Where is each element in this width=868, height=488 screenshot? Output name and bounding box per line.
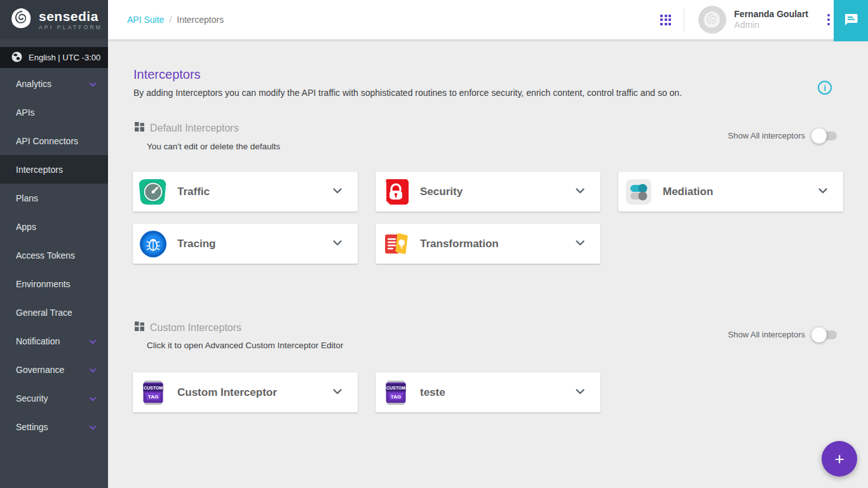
- interceptor-card-security[interactable]: Security: [376, 172, 600, 212]
- breadcrumb-current: Interceptors: [177, 15, 224, 25]
- svg-text:TAG: TAG: [391, 394, 401, 400]
- card-label: Security: [420, 186, 573, 198]
- chevron-down-icon: [89, 366, 97, 374]
- user-role: Admin: [734, 20, 808, 30]
- grid-squares-icon: [135, 122, 144, 134]
- brand-logo[interactable]: sensedia API PLATFORM: [0, 0, 108, 39]
- interceptor-card-custom-interceptor[interactable]: CUSTOM TAG Custom Interceptor: [133, 372, 358, 412]
- chat-bubble-icon: [843, 11, 859, 30]
- globe-icon: [11, 51, 22, 64]
- chevron-down-icon[interactable]: [330, 384, 345, 402]
- chat-button[interactable]: [834, 0, 868, 41]
- section-title: Custom Interceptors: [150, 322, 241, 334]
- custom-interceptors-header: Custom Interceptors: [135, 322, 241, 334]
- section-title: Default Interceptors: [150, 123, 239, 134]
- sidebar-item-analytics[interactable]: Analytics: [0, 69, 108, 98]
- chevron-down-icon[interactable]: [330, 183, 345, 201]
- tracing-bug-icon: [139, 230, 167, 258]
- brand-tagline: API PLATFORM: [39, 24, 102, 30]
- interceptor-card-transformation[interactable]: Transformation: [376, 224, 600, 264]
- show-all-toggle-default[interactable]: [814, 132, 837, 140]
- svg-text:CUSTOM: CUSTOM: [386, 386, 405, 390]
- interceptor-card-tracing[interactable]: Tracing: [133, 224, 358, 264]
- chevron-down-icon[interactable]: [573, 235, 588, 253]
- svg-text:CUSTOM: CUSTOM: [144, 386, 163, 390]
- interceptor-card-teste[interactable]: CUSTOM TAG teste: [376, 372, 600, 412]
- card-label: Mediation: [663, 186, 815, 198]
- toggle-label: Show All interceptors: [728, 131, 805, 140]
- language-label: English | UTC -3:00: [29, 53, 100, 62]
- apps-grid-icon[interactable]: [660, 15, 671, 25]
- header-divider: [684, 8, 684, 31]
- chevron-down-icon: [89, 80, 97, 88]
- transformation-doc-icon: [382, 230, 410, 258]
- page-title: Interceptors: [133, 67, 201, 82]
- sidebar: sensedia API PLATFORM English | UTC -3:0…: [0, 0, 108, 488]
- sidebar-item-api-connectors[interactable]: API Connectors: [0, 126, 108, 155]
- avatar[interactable]: [698, 6, 726, 34]
- sidebar-item-security[interactable]: Security: [0, 384, 108, 412]
- card-label: Custom Interceptor: [177, 386, 330, 399]
- card-label: Tracing: [177, 238, 330, 250]
- sidebar-item-settings[interactable]: Settings: [0, 412, 108, 441]
- card-label: teste: [420, 386, 573, 399]
- add-interceptor-fab[interactable]: +: [822, 441, 857, 477]
- breadcrumb-api-suite[interactable]: API Suite: [127, 15, 164, 25]
- card-label: Traffic: [177, 186, 330, 198]
- svg-text:TAG: TAG: [148, 394, 158, 400]
- interceptor-card-traffic[interactable]: Traffic: [133, 172, 358, 212]
- custom-interceptors-subtitle: Click it to open Advanced Custom Interce…: [147, 341, 343, 350]
- card-label: Transformation: [420, 238, 573, 250]
- default-interceptors-header: Default Interceptors: [135, 122, 239, 134]
- default-interceptors-subtitle: You can't edit or delete the defaults: [147, 142, 280, 151]
- grid-squares-icon: [135, 322, 144, 334]
- brand-name: sensedia: [39, 10, 102, 24]
- breadcrumb-separator: /: [169, 15, 172, 25]
- language-selector[interactable]: English | UTC -3:00: [0, 47, 108, 68]
- page-description: By adding Interceptors you can modify th…: [133, 88, 682, 98]
- traffic-gauge-icon: [139, 178, 167, 206]
- custom-tag-icon: CUSTOM TAG: [382, 379, 410, 407]
- user-name: Fernanda Goulart: [734, 9, 808, 20]
- chevron-down-icon: [89, 423, 97, 431]
- sidebar-item-governance[interactable]: Governance: [0, 355, 108, 384]
- kebab-menu-icon[interactable]: [825, 11, 832, 28]
- sidebar-item-plans[interactable]: Plans: [0, 184, 108, 212]
- breadcrumb: API Suite / Interceptors: [127, 0, 224, 39]
- sidebar-nav: Analytics APIs API Connectors Intercepto…: [0, 69, 108, 441]
- sidebar-item-access-tokens[interactable]: Access Tokens: [0, 241, 108, 269]
- main-content: Interceptors By adding Interceptors you …: [108, 39, 868, 488]
- custom-tag-icon: CUSTOM TAG: [139, 379, 167, 407]
- chevron-down-icon[interactable]: [330, 235, 345, 253]
- mediation-toggles-icon: [625, 178, 653, 206]
- sidebar-item-general-trace[interactable]: General Trace: [0, 298, 108, 327]
- interceptor-card-mediation[interactable]: Mediation: [618, 172, 843, 212]
- sidebar-item-interceptors[interactable]: Interceptors: [0, 155, 108, 184]
- sidebar-item-apis[interactable]: APIs: [0, 98, 108, 126]
- show-all-toggle-row-default: Show All interceptors: [728, 131, 841, 140]
- info-icon[interactable]: i: [818, 81, 832, 95]
- chevron-down-icon[interactable]: [815, 183, 831, 201]
- sidebar-item-environments[interactable]: Environments: [0, 269, 108, 298]
- chevron-down-icon[interactable]: [573, 183, 588, 201]
- security-lock-icon: [382, 178, 410, 206]
- toggle-label: Show All interceptors: [728, 330, 805, 339]
- chevron-down-icon[interactable]: [573, 384, 588, 402]
- sidebar-item-apps[interactable]: Apps: [0, 212, 108, 241]
- chevron-down-icon: [89, 337, 97, 345]
- show-all-toggle-row-custom: Show All interceptors: [728, 330, 841, 339]
- chevron-down-icon: [89, 395, 97, 402]
- sidebar-item-notification[interactable]: Notification: [0, 327, 108, 355]
- show-all-toggle-custom[interactable]: [814, 330, 837, 339]
- sensedia-swirl-icon: [10, 7, 33, 32]
- top-header: API Suite / Interceptors Fernanda Goular…: [108, 0, 868, 39]
